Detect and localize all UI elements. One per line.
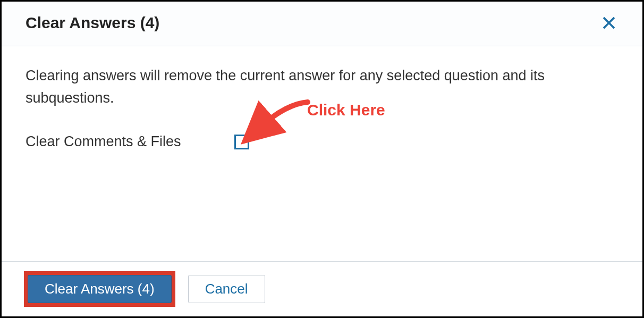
dialog-description: Clearing answers will remove the current…: [26, 65, 557, 110]
dialog-body: Clearing answers will remove the current…: [2, 46, 642, 261]
clear-comments-files-row: Clear Comments & Files: [26, 131, 618, 153]
clear-button-highlight: Clear Answers (4): [24, 271, 175, 307]
close-icon[interactable]: [599, 13, 618, 32]
clear-answers-button[interactable]: Clear Answers (4): [28, 275, 172, 303]
clear-comments-files-label: Clear Comments & Files: [26, 131, 181, 153]
dialog-title: Clear Answers (4): [26, 14, 159, 32]
clear-answers-dialog: Clear Answers (4) Clearing answers will …: [0, 0, 644, 318]
cancel-button[interactable]: Cancel: [188, 275, 265, 303]
dialog-footer: Clear Answers (4) Cancel: [2, 261, 642, 316]
dialog-header: Clear Answers (4): [2, 2, 642, 46]
clear-comments-files-checkbox[interactable]: [234, 135, 249, 149]
